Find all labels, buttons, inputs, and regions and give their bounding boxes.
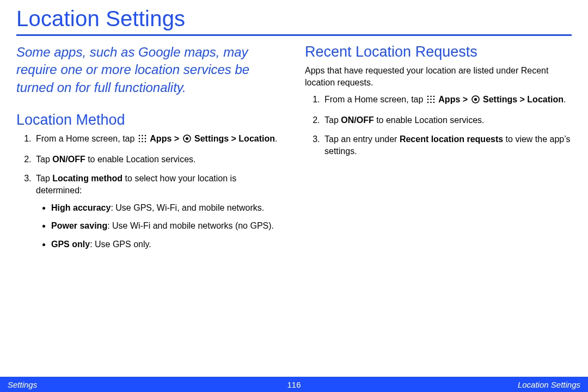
page: Location Settings Some apps, such as Goo… xyxy=(0,0,588,392)
svg-point-6 xyxy=(139,141,140,143)
svg-point-11 xyxy=(427,96,429,97)
svg-point-3 xyxy=(139,138,140,139)
step-text: to enable Location services. xyxy=(374,115,485,125)
settings-location-label: Settings > Location xyxy=(194,134,275,143)
title-rule xyxy=(16,34,572,36)
right-column: Recent Location Requests Apps that have … xyxy=(305,44,572,258)
svg-point-10 xyxy=(185,137,188,140)
step-text: Tap an entry under xyxy=(324,134,400,144)
step-text: From a Home screen, tap xyxy=(324,95,426,104)
svg-point-8 xyxy=(145,141,146,143)
apps-grid-icon xyxy=(138,134,146,146)
svg-point-19 xyxy=(433,102,435,103)
svg-point-16 xyxy=(433,99,435,100)
svg-point-7 xyxy=(142,141,143,143)
list-item: Tap ON/OFF to enable Location services. xyxy=(322,114,572,126)
footer-left: Settings xyxy=(8,380,37,389)
list-item: From a Home screen, tap Apps > Settings … xyxy=(34,133,283,146)
svg-point-21 xyxy=(474,98,476,101)
svg-point-12 xyxy=(430,96,432,97)
step-text: Tap xyxy=(324,115,341,125)
list-item: From a Home screen, tap Apps > Settings … xyxy=(322,94,572,107)
list-item: Tap ON/OFF to enable Location services. xyxy=(34,154,283,166)
page-title: Location Settings xyxy=(16,7,572,31)
location-method-heading: Location Method xyxy=(16,112,283,128)
svg-point-18 xyxy=(430,102,432,103)
recent-requests-intro: Apps that have requested your location a… xyxy=(305,65,572,88)
option-desc: : Use GPS only. xyxy=(90,240,151,249)
recent-requests-steps: From a Home screen, tap Apps > Settings … xyxy=(305,94,572,157)
svg-point-4 xyxy=(142,138,143,139)
list-item: Tap Locating method to select how your l… xyxy=(34,173,283,250)
location-method-steps: From a Home screen, tap Apps > Settings … xyxy=(16,133,283,250)
list-item: GPS only: Use GPS only. xyxy=(51,238,283,250)
onoff-label: ON/OFF xyxy=(341,115,373,125)
svg-point-2 xyxy=(145,135,146,137)
period: . xyxy=(564,95,566,104)
recent-requests-label: Recent location requests xyxy=(400,134,503,144)
svg-point-13 xyxy=(433,96,435,97)
svg-point-1 xyxy=(142,135,143,137)
page-footer: Settings 116 Location Settings xyxy=(0,377,588,392)
settings-location-label: Settings > Location xyxy=(483,95,564,104)
option-label: High accuracy xyxy=(51,203,111,212)
list-item: High accuracy: Use GPS, Wi-Fi, and mobil… xyxy=(51,202,283,214)
footer-right: Location Settings xyxy=(518,380,580,389)
period: . xyxy=(275,134,277,143)
apps-label: Apps > xyxy=(438,95,470,104)
recent-requests-heading: Recent Location Requests xyxy=(305,44,572,60)
svg-point-5 xyxy=(145,138,146,139)
left-column: Some apps, such as Google maps, may requ… xyxy=(16,44,283,258)
svg-point-0 xyxy=(139,135,140,137)
step-text: From a Home screen, tap xyxy=(36,134,137,143)
apps-label: Apps > xyxy=(150,134,181,143)
intro-text: Some apps, such as Google maps, may requ… xyxy=(16,44,283,96)
step-text: to enable Location services. xyxy=(85,155,196,164)
step-text: Tap xyxy=(36,174,52,183)
locating-method-label: Locating method xyxy=(52,174,122,183)
svg-point-17 xyxy=(427,102,429,103)
footer-page-number: 116 xyxy=(287,380,301,389)
svg-point-14 xyxy=(427,99,429,100)
onoff-label: ON/OFF xyxy=(52,155,85,164)
columns: Some apps, such as Google maps, may requ… xyxy=(16,44,572,258)
list-item: Tap an entry under Recent location reque… xyxy=(322,133,572,157)
option-label: Power saving xyxy=(51,221,107,230)
step-text: Tap xyxy=(36,155,52,164)
option-label: GPS only xyxy=(51,240,90,249)
location-method-options: High accuracy: Use GPS, Wi-Fi, and mobil… xyxy=(36,202,283,250)
settings-gear-icon xyxy=(183,134,191,146)
list-item: Power saving: Use Wi-Fi and mobile netwo… xyxy=(51,220,283,232)
settings-gear-icon xyxy=(471,95,480,107)
option-desc: : Use GPS, Wi-Fi, and mobile networks. xyxy=(111,203,264,212)
option-desc: : Use Wi-Fi and mobile networks (no GPS)… xyxy=(107,221,274,230)
apps-grid-icon xyxy=(427,95,435,107)
svg-point-15 xyxy=(430,99,432,100)
